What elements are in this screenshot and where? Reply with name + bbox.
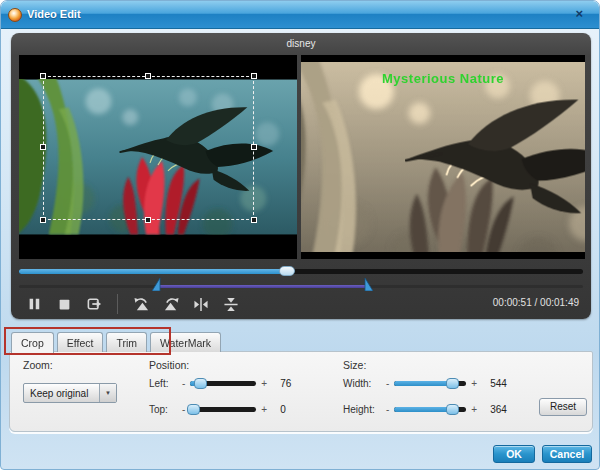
preview-stage: disney xyxy=(11,33,591,319)
tab-watermark[interactable]: WaterMark xyxy=(150,332,221,352)
flip-horizontal-button[interactable] xyxy=(188,294,214,314)
height-slider-fill xyxy=(394,407,453,412)
crop-handle-n[interactable] xyxy=(145,73,151,79)
crop-handle-nw[interactable] xyxy=(40,73,46,79)
left-plus[interactable]: + xyxy=(261,378,267,389)
tab-trim[interactable]: Trim xyxy=(106,332,147,352)
rotate-right-icon xyxy=(163,297,180,312)
watermark-text: Mysterious Nature xyxy=(301,71,585,86)
crop-handle-ne[interactable] xyxy=(251,73,257,79)
width-label: Width: xyxy=(343,378,381,389)
top-minus[interactable]: - xyxy=(182,404,185,415)
cancel-button[interactable]: Cancel xyxy=(542,445,592,463)
video-edit-dialog: Video Edit × disney xyxy=(0,0,600,470)
preview-video-frame xyxy=(301,62,585,252)
width-slider-fill xyxy=(394,381,453,386)
preview-video-panel: Mysterious Nature xyxy=(301,55,585,259)
crop-handle-s[interactable] xyxy=(145,217,151,223)
left-slider-row: Left: - + 76 xyxy=(149,375,291,391)
top-value: 0 xyxy=(280,404,286,415)
trim-handle-right[interactable] xyxy=(363,278,373,291)
pause-icon xyxy=(27,297,41,311)
top-label: Top: xyxy=(149,404,177,415)
height-plus[interactable]: + xyxy=(471,404,477,415)
flip-vertical-icon xyxy=(223,297,239,312)
flip-vertical-button[interactable] xyxy=(218,294,244,314)
crop-handle-w[interactable] xyxy=(40,144,46,150)
top-slider-row: Top: - + 0 xyxy=(149,401,286,417)
snapshot-button[interactable] xyxy=(81,294,107,314)
stop-button[interactable] xyxy=(51,294,77,314)
flip-horizontal-icon xyxy=(193,297,209,312)
height-minus[interactable]: - xyxy=(386,404,389,415)
chevron-down-icon[interactable]: ▼ xyxy=(99,384,116,402)
width-value: 544 xyxy=(490,378,507,389)
tab-effect[interactable]: Effect xyxy=(57,332,104,352)
zoom-label: Zoom: xyxy=(23,359,53,371)
clip-title: disney xyxy=(11,38,591,49)
ok-button[interactable]: OK xyxy=(493,445,535,463)
height-slider[interactable] xyxy=(394,407,466,412)
size-label: Size: xyxy=(343,359,366,371)
width-slider-row: Width: - + 544 xyxy=(343,375,507,391)
snapshot-icon xyxy=(87,297,102,311)
zoom-select-value: Keep original xyxy=(24,388,99,399)
transport-bar xyxy=(21,293,248,315)
height-label: Height: xyxy=(343,404,381,415)
height-slider-row: Height: - + 364 xyxy=(343,401,507,417)
width-slider[interactable] xyxy=(394,381,466,386)
time-display: 00:00:51 / 00:01:49 xyxy=(493,297,579,308)
left-value: 76 xyxy=(280,378,291,389)
progress-fill xyxy=(19,269,287,274)
crop-handle-se[interactable] xyxy=(251,217,257,223)
top-plus[interactable]: + xyxy=(261,404,267,415)
crop-handle-e[interactable] xyxy=(251,144,257,150)
transport-separator xyxy=(117,294,118,314)
tab-bar: Crop Effect Trim WaterMark xyxy=(11,332,224,352)
width-plus[interactable]: + xyxy=(471,378,477,389)
width-slider-thumb[interactable] xyxy=(446,378,459,389)
trim-range-bar xyxy=(159,285,365,288)
stop-icon xyxy=(58,298,71,311)
progress-slider[interactable] xyxy=(19,269,583,274)
window-title: Video Edit xyxy=(27,8,81,20)
trim-handle-left[interactable] xyxy=(152,278,162,291)
top-slider-thumb[interactable] xyxy=(187,404,200,415)
tab-crop[interactable]: Crop xyxy=(11,332,54,353)
left-label: Left: xyxy=(149,378,177,389)
left-slider[interactable] xyxy=(190,381,256,386)
progress-thumb[interactable] xyxy=(279,266,295,276)
rotate-right-button[interactable] xyxy=(158,294,184,314)
height-slider-thumb[interactable] xyxy=(446,404,459,415)
reset-button[interactable]: Reset xyxy=(539,398,587,416)
rotate-left-button[interactable] xyxy=(128,294,154,314)
source-video-panel[interactable] xyxy=(19,55,297,259)
zoom-select[interactable]: Keep original ▼ xyxy=(23,383,117,403)
pause-button[interactable] xyxy=(21,294,47,314)
window-titlebar: Video Edit × xyxy=(1,1,599,29)
rotate-left-icon xyxy=(133,297,150,312)
top-slider[interactable] xyxy=(190,407,256,412)
app-icon xyxy=(8,8,22,22)
crop-handle-sw[interactable] xyxy=(40,217,46,223)
close-icon[interactable]: × xyxy=(575,7,583,21)
width-minus[interactable]: - xyxy=(386,378,389,389)
left-minus[interactable]: - xyxy=(182,378,185,389)
crop-selection[interactable] xyxy=(43,76,254,220)
height-value: 364 xyxy=(490,404,507,415)
position-label: Position: xyxy=(149,359,189,371)
left-slider-thumb[interactable] xyxy=(194,378,207,389)
